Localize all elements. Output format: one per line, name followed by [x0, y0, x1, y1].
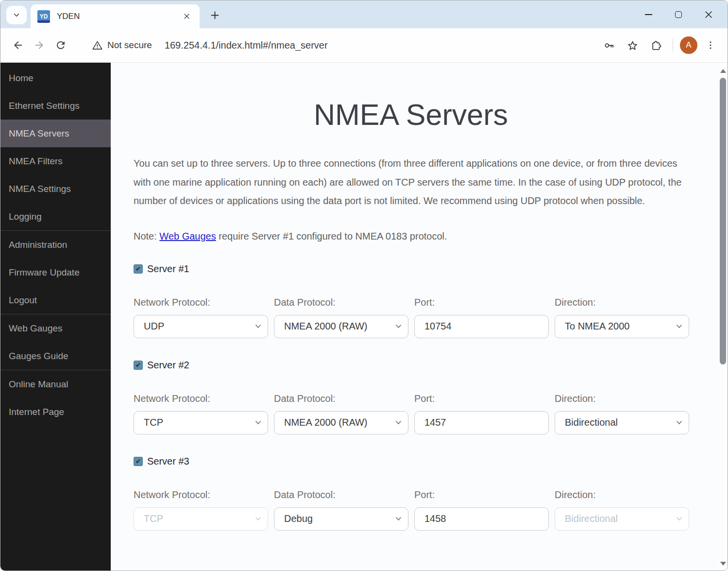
selected-value: Debug	[284, 513, 313, 524]
sidebar-item-online-manual[interactable]: Online Manual	[0, 370, 111, 398]
selected-value: Bidirectional	[565, 417, 618, 428]
tab-search-button[interactable]	[6, 6, 27, 24]
close-icon	[704, 10, 713, 19]
chevron-down-icon	[255, 508, 261, 530]
tab-strip: YD YDEN	[0, 0, 728, 28]
triangle-up-icon	[720, 69, 726, 73]
sidebar-item-firmware-update[interactable]: Firmware Update	[0, 259, 111, 286]
server-1-direction-select[interactable]: To NMEA 2000	[555, 315, 689, 338]
data-protocol-label: Data Protocol:	[274, 489, 408, 501]
server-1-field-labels: Network Protocol: Data Protocol: Port: D…	[134, 297, 688, 308]
server-3-field-labels: Network Protocol: Data Protocol: Port: D…	[134, 489, 688, 501]
sidebar-item-ethernet-settings[interactable]: Ethernet Settings	[0, 92, 111, 120]
sidebar-item-administration[interactable]: Administration	[0, 231, 111, 259]
direction-label: Direction:	[555, 297, 689, 308]
sidebar-item-nmea-settings[interactable]: NMEA Settings	[0, 175, 111, 203]
network-protocol-label: Network Protocol:	[134, 297, 268, 308]
chevron-down-icon	[12, 11, 21, 19]
sidebar-item-nmea-filters[interactable]: NMEA Filters	[0, 147, 111, 175]
chevron-down-icon	[676, 508, 682, 530]
minimize-button[interactable]	[633, 3, 663, 26]
intro-paragraph: You can set up to three servers. Up to t…	[134, 154, 692, 210]
sidebar-item-web-gauges[interactable]: Web Gauges	[0, 314, 111, 342]
browser-window: YD YDEN	[0, 0, 728, 571]
server-3-data-protocol-select[interactable]: Debug	[274, 507, 408, 531]
close-window-button[interactable]	[694, 3, 724, 26]
server-1-network-protocol-select[interactable]: UDP	[134, 315, 268, 338]
sidebar-item-gauges-guide[interactable]: Gauges Guide	[0, 342, 111, 370]
toolbar-divider	[673, 39, 673, 52]
chevron-down-icon	[676, 315, 682, 338]
selected-value: TCP	[144, 513, 163, 524]
server-3-fields: TCP Debug Bidirectional	[134, 507, 688, 531]
server-3-section: Server #3 Network Protocol: Data Protoco…	[134, 456, 688, 531]
scrollbar-thumb[interactable]	[720, 78, 726, 364]
selected-value: TCP	[144, 417, 163, 428]
selected-value: NMEA 2000 (RAW)	[284, 417, 368, 428]
page-title: NMEA Servers	[134, 98, 688, 132]
server-1-data-protocol-select[interactable]: NMEA 2000 (RAW)	[274, 315, 408, 338]
scroll-down-button[interactable]	[718, 559, 728, 568]
maximize-icon	[675, 11, 682, 18]
sidebar-item-logging[interactable]: Logging	[0, 203, 111, 230]
data-protocol-label: Data Protocol:	[274, 393, 408, 404]
server-1-section: Server #1 Network Protocol: Data Protoco…	[134, 263, 688, 338]
network-protocol-label: Network Protocol:	[134, 489, 268, 501]
bookmark-button[interactable]	[622, 35, 643, 55]
sidebar-item-logout[interactable]: Logout	[0, 286, 111, 314]
server-1-label: Server #1	[147, 263, 189, 275]
scroll-up-button[interactable]	[718, 67, 728, 75]
port-label: Port:	[414, 489, 549, 501]
server-3-network-protocol-select: TCP	[134, 507, 268, 531]
extensions-button[interactable]	[645, 35, 666, 55]
server-2-port-input[interactable]	[424, 417, 539, 428]
selected-value: NMEA 2000 (RAW)	[284, 321, 368, 332]
selected-value: To NMEA 2000	[565, 321, 629, 332]
new-tab-button[interactable]	[206, 7, 223, 23]
site-security-chip[interactable]: Not secure	[92, 40, 152, 51]
web-gauges-link[interactable]: Web Gauges	[159, 231, 216, 242]
server-2-field-labels: Network Protocol: Data Protocol: Port: D…	[134, 393, 688, 404]
toolbar-actions: A	[599, 35, 721, 55]
reload-icon	[55, 39, 67, 51]
server-2-direction-select[interactable]: Bidirectional	[555, 411, 689, 434]
back-button[interactable]	[7, 35, 29, 56]
server-2-network-protocol-select[interactable]: TCP	[134, 411, 268, 434]
yden-favicon-icon: YD	[37, 10, 50, 23]
forward-button[interactable]	[29, 35, 50, 56]
browser-tab[interactable]: YD YDEN	[31, 4, 200, 28]
triangle-down-icon	[720, 562, 726, 566]
address-bar[interactable]: 169.254.4.1/index.html#/nmea_server	[165, 40, 599, 51]
star-icon	[626, 39, 639, 52]
main-panel: NMEA Servers You can set up to three ser…	[111, 63, 718, 571]
server-1-checkbox[interactable]	[134, 264, 143, 274]
sidebar-item-nmea-servers[interactable]: NMEA Servers	[0, 120, 111, 147]
server-1-port-field	[414, 315, 549, 338]
server-2-section: Server #2 Network Protocol: Data Protoco…	[134, 360, 688, 434]
warning-triangle-icon	[92, 40, 103, 51]
password-manager-button[interactable]	[599, 35, 619, 55]
port-label: Port:	[414, 297, 549, 308]
server-1-port-input[interactable]	[424, 321, 539, 332]
sidebar-item-internet-page[interactable]: Internet Page	[0, 398, 111, 426]
chevron-down-icon	[255, 412, 261, 434]
profile-avatar[interactable]: A	[680, 36, 697, 54]
reload-button[interactable]	[50, 35, 71, 56]
sidebar-item-home[interactable]: Home	[0, 64, 111, 92]
server-2-checkbox[interactable]	[134, 361, 143, 370]
chevron-down-icon	[676, 412, 682, 434]
minimize-icon	[645, 14, 652, 15]
close-icon	[183, 13, 190, 20]
server-3-port-field	[414, 507, 549, 531]
sidebar-nav: Home Ethernet Settings NMEA Servers NMEA…	[0, 63, 111, 571]
server-2-data-protocol-select[interactable]: NMEA 2000 (RAW)	[274, 411, 408, 434]
server-2-fields: TCP NMEA 2000 (RAW) Bidirectional	[134, 411, 688, 434]
server-2-header: Server #2	[134, 360, 688, 371]
server-3-direction-select: Bidirectional	[555, 507, 689, 531]
tab-close-button[interactable]	[180, 10, 193, 23]
maximize-button[interactable]	[663, 3, 694, 26]
server-3-checkbox[interactable]	[134, 457, 143, 466]
browser-menu-button[interactable]	[700, 35, 721, 55]
data-protocol-label: Data Protocol:	[274, 297, 408, 308]
server-3-port-input[interactable]	[424, 513, 539, 524]
